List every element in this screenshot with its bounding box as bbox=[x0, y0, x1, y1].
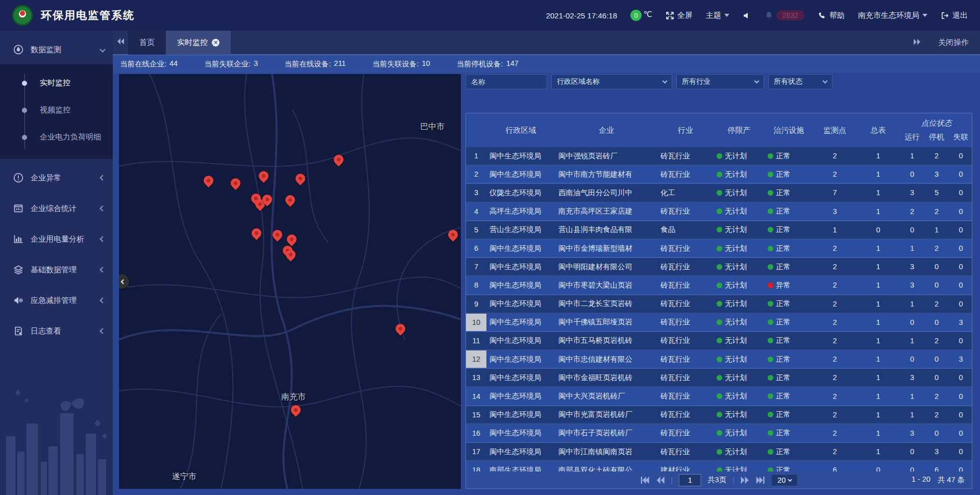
cell-monitor-points: 7 bbox=[813, 188, 856, 197]
table-row[interactable]: 6阆中生态环境局阆中市金博瑞新型墙材砖瓦行业无计划正常21120 bbox=[466, 240, 972, 258]
page-number-field[interactable] bbox=[679, 474, 701, 486]
cell-pollution-facility: 正常 bbox=[765, 410, 813, 419]
name-filter-input[interactable] bbox=[471, 78, 542, 86]
sidebar-item-2[interactable]: 企业综合统计 bbox=[0, 197, 113, 220]
chevron-down-icon bbox=[788, 477, 792, 481]
theme-dropdown[interactable]: 主题 bbox=[706, 11, 729, 20]
sidebar-item-0[interactable]: 数据监测 bbox=[0, 38, 113, 61]
table-row[interactable]: 2阆中生态环境局阆中市南方节能建材有砖瓦行业无计划正常21030 bbox=[466, 166, 972, 184]
region-filter-select[interactable]: 行政区域名称 bbox=[551, 74, 672, 89]
cell-running: 3 bbox=[900, 281, 924, 289]
industry-filter-select[interactable]: 所有行业 bbox=[676, 74, 764, 89]
sidebar: 数据监测实时监控视频监控企业电力负荷明细企业异常企业综合统计企业用电量分析基础数… bbox=[0, 31, 113, 495]
status-dot-icon bbox=[768, 430, 773, 436]
sidebar-item-label: 日志查看 bbox=[31, 326, 101, 336]
cell-stopped: 2 bbox=[924, 244, 949, 252]
logout-button[interactable]: 退出 bbox=[941, 11, 968, 20]
sidebar-subitem[interactable]: 视频监控 bbox=[0, 97, 113, 124]
cell-disconnected: 0 bbox=[949, 263, 972, 271]
cell-pollution-facility: 正常 bbox=[765, 391, 813, 401]
app-logo bbox=[12, 5, 33, 26]
table-row[interactable]: 17阆中生态环境局阆中市江南镇阆南页岩砖瓦行业无计划正常21030 bbox=[466, 443, 972, 461]
table-row[interactable]: 3仪陇生态环境局西南油气田分公司川中化工无计划正常71350 bbox=[466, 184, 972, 202]
stat-item: 当前在线设备:211 bbox=[284, 59, 346, 69]
sidebar-item-3[interactable]: 企业用电量分析 bbox=[0, 227, 113, 251]
cell-stop-production: 无计划 bbox=[714, 317, 765, 327]
tabs-scroll-right-button[interactable] bbox=[910, 38, 925, 47]
close-tab-icon[interactable]: ✕ bbox=[212, 39, 219, 46]
help-button[interactable]: 帮助 bbox=[818, 11, 845, 20]
table-row[interactable]: 13阆中生态环境局阆中市金福旺页岩机砖砖瓦行业无计划正常21300 bbox=[466, 369, 972, 387]
map-panel[interactable]: 巴中市南充市遂宁市 bbox=[119, 74, 461, 489]
cell-stopped: 2 bbox=[924, 300, 949, 308]
first-page-button[interactable] bbox=[640, 476, 649, 484]
table-row[interactable]: 1阆中生态环境局阆中强锐页岩砖厂砖瓦行业无计划正常21120 bbox=[466, 147, 972, 166]
table-row[interactable]: 8阆中生态环境局阆中市枣碧大梁山页岩砖瓦行业无计划异常21300 bbox=[466, 276, 972, 295]
speaker-icon bbox=[743, 11, 751, 20]
cell-industry: 砖瓦行业 bbox=[657, 410, 714, 419]
page-number-input[interactable] bbox=[679, 475, 701, 486]
tabs-scroll-left-button[interactable] bbox=[113, 38, 128, 47]
sidebar-item-4[interactable]: 基础数据管理 bbox=[0, 258, 113, 281]
cell-stop-production: 无计划 bbox=[714, 262, 765, 272]
table-row[interactable]: 7阆中生态环境局阆中明阳建材有限公司砖瓦行业无计划正常21300 bbox=[466, 258, 972, 276]
cell-stopped: 1 bbox=[924, 226, 949, 234]
next-page-button[interactable] bbox=[741, 476, 750, 484]
cell-running: 1 bbox=[900, 152, 924, 160]
cell-region: 阆中生态环境局 bbox=[486, 299, 555, 309]
prev-page-button[interactable] bbox=[655, 476, 665, 484]
mute-button[interactable] bbox=[743, 11, 751, 20]
notifications[interactable]: 2632 bbox=[765, 10, 804, 20]
status-filter-select[interactable]: 所有状态 bbox=[768, 74, 832, 89]
tab-realtime-monitor[interactable]: 实时监控 ✕ bbox=[166, 31, 231, 55]
table-row[interactable]: 18南部生态环境局南部县双化土砖有限公建材行业无计划正常60060 bbox=[466, 461, 972, 472]
sidebar-subitem[interactable]: 实时监控 bbox=[0, 69, 113, 97]
table-row[interactable]: 16阆中生态环境局阆中市石子页岩机砖厂砖瓦行业无计划正常21300 bbox=[466, 425, 972, 443]
cell-stopped: 3 bbox=[924, 447, 949, 456]
cell-region: 阆中生态环境局 bbox=[486, 244, 555, 253]
table-row[interactable]: 15阆中生态环境局阆中市光富页岩机砖厂砖瓦行业无计划正常21120 bbox=[466, 406, 972, 425]
sidebar-item-label: 应急减排管理 bbox=[31, 296, 101, 305]
sidebar-item-1[interactable]: 企业异常 bbox=[0, 166, 113, 190]
cell-monitor-points: 2 bbox=[813, 411, 856, 419]
status-dot-icon bbox=[768, 227, 773, 232]
cell-industry: 砖瓦行业 bbox=[657, 317, 714, 327]
table-row[interactable]: 14阆中生态环境局阆中大兴页岩机砖厂砖瓦行业无计划正常21120 bbox=[466, 387, 972, 406]
cell-region: 高坪生态环境局 bbox=[486, 206, 555, 216]
stat-label: 当前失联设备: bbox=[372, 59, 419, 69]
sidebar-item-6[interactable]: 日志查看 bbox=[0, 319, 113, 343]
table-row[interactable]: 9阆中生态环境局阆中市二龙长宝页岩砖砖瓦行业无计划正常21120 bbox=[466, 295, 972, 314]
name-filter-field[interactable] bbox=[465, 74, 547, 89]
cell-monitor-points: 1 bbox=[813, 226, 856, 234]
last-page-button[interactable] bbox=[756, 476, 765, 484]
cell-monitor-points: 2 bbox=[813, 392, 856, 400]
stat-label: 当前失联企业: bbox=[204, 59, 251, 69]
cell-region: 阆中生态环境局 bbox=[486, 280, 555, 290]
sidebar-item-5[interactable]: 应急减排管理 bbox=[0, 289, 113, 312]
cell-pollution-facility: 正常 bbox=[765, 447, 813, 457]
tab-home[interactable]: 首页 bbox=[128, 31, 166, 55]
close-operations-button[interactable]: 关闭操作 bbox=[938, 38, 969, 48]
table-row[interactable]: 12阆中生态环境局阆中市忠信建材有限公砖瓦行业无计划正常21003 bbox=[466, 350, 972, 369]
table-row[interactable]: 10阆中生态环境局阆中千佛镇五郎垭页岩砖瓦行业无计划正常21003 bbox=[466, 314, 972, 332]
cell-stop-production: 无计划 bbox=[714, 299, 765, 309]
cell-company: 阆中市五马桥页岩机砖 bbox=[555, 336, 657, 345]
fullscreen-button[interactable]: 全屏 bbox=[666, 11, 693, 20]
cell-monitor-points: 2 bbox=[813, 355, 856, 363]
sidebar-subitem[interactable]: 企业电力负荷明细 bbox=[0, 124, 113, 151]
col-group-point-status: 点位状态 运行 停机 失联 bbox=[900, 113, 973, 147]
map-city-label: 巴中市 bbox=[420, 122, 445, 132]
cell-stopped: 5 bbox=[924, 188, 949, 197]
table-row[interactable]: 11阆中生态环境局阆中市五马桥页岩机砖砖瓦行业无计划正常21120 bbox=[466, 332, 972, 350]
table-row[interactable]: 5营山生态环境局营山县润丰肉食品有限食品无计划正常10010 bbox=[466, 221, 972, 240]
cell-total-meter: 1 bbox=[856, 207, 900, 216]
status-dot-icon bbox=[717, 172, 722, 177]
logout-icon bbox=[941, 11, 949, 20]
cell-total-meter: 1 bbox=[856, 170, 900, 178]
stat-item: 当前在线企业:44 bbox=[120, 59, 178, 69]
page-size-select[interactable]: 20 bbox=[771, 474, 798, 486]
org-dropdown[interactable]: 南充市生态环境局 bbox=[858, 11, 927, 20]
table-row[interactable]: 4高坪生态环境局南充市高坪区王家店建砖瓦行业无计划正常31220 bbox=[466, 203, 972, 221]
cell-disconnected: 3 bbox=[949, 355, 972, 363]
chevron-down-icon bbox=[100, 46, 105, 52]
